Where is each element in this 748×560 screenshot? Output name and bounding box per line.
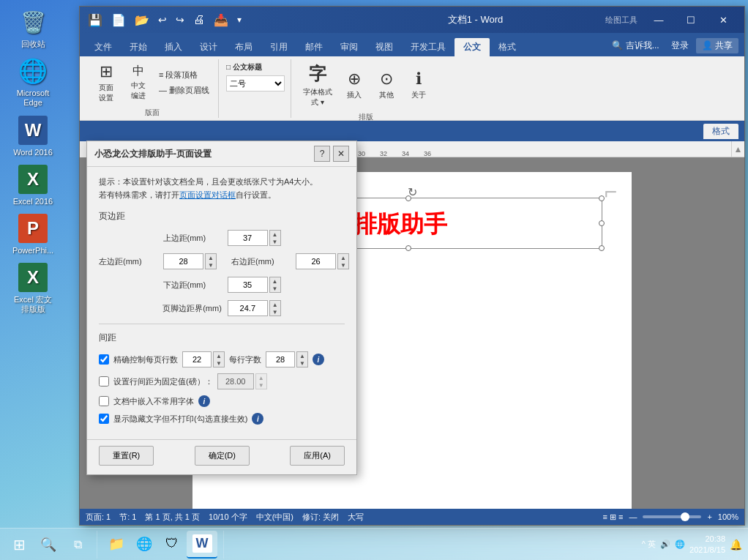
left-margin-input[interactable] bbox=[163, 253, 203, 269]
checkbox-lines[interactable] bbox=[99, 354, 109, 365]
taskbar-time[interactable]: 20:38 2021/8/15 bbox=[689, 534, 725, 555]
excel-extra-icon[interactable]: X Excel 宏文排版版 bbox=[7, 263, 59, 314]
hidden-info-icon[interactable]: i bbox=[252, 413, 263, 425]
status-section: 节: 1 bbox=[119, 512, 136, 523]
bottom-margin-spinner[interactable]: ▲ ▼ bbox=[269, 277, 281, 293]
tab-layout[interactable]: 布局 bbox=[226, 38, 261, 56]
recycle-bin-icon[interactable]: 🗑️ 回收站 bbox=[7, 7, 59, 49]
lines-count-input[interactable] bbox=[182, 351, 212, 367]
task-view-button[interactable]: ⧉ bbox=[64, 531, 91, 558]
handle-mr[interactable] bbox=[599, 220, 605, 226]
date-display: 2021/8/15 bbox=[689, 545, 725, 555]
tell-me-btn[interactable]: 🔍 吉诉我... bbox=[607, 38, 663, 53]
zoom-out-btn[interactable]: — bbox=[629, 512, 637, 521]
embedfonts-label: 文档中嵌入不常用字体 bbox=[113, 396, 194, 407]
chars-count-input[interactable] bbox=[266, 351, 295, 367]
drawing-tab-format[interactable]: 格式 bbox=[703, 124, 738, 139]
handle-tr[interactable] bbox=[599, 195, 605, 201]
volume-icon[interactable]: 🔊 bbox=[660, 540, 670, 549]
tab-developer[interactable]: 开发工具 bbox=[402, 38, 455, 56]
rotate-handle[interactable]: ↻ bbox=[408, 185, 417, 199]
right-margin-spinner[interactable]: ▲ ▼ bbox=[337, 253, 349, 269]
chars-spinner[interactable]: ▲ ▼ bbox=[296, 351, 308, 367]
del-header-btn[interactable]: — 删除页眉线 bbox=[156, 83, 212, 97]
redo-btn[interactable]: ↪ bbox=[173, 12, 187, 27]
tab-format[interactable]: 格式 bbox=[490, 38, 525, 56]
about-btn[interactable]: ℹ 关于 bbox=[404, 67, 433, 103]
font-format-btn[interactable]: 字 字体格式式 ▾ bbox=[299, 59, 337, 111]
checkbox-fixedspacing[interactable] bbox=[99, 376, 109, 387]
close-button[interactable]: ✕ bbox=[708, 10, 738, 30]
search-button[interactable]: 🔍 bbox=[35, 531, 61, 558]
format-buttons: 字 字体格式式 ▾ ⊕ 插入 ⊙ 其他 ℹ 关于 bbox=[299, 59, 433, 111]
word-taskbar-button[interactable]: W bbox=[187, 531, 217, 559]
other-btn[interactable]: ⊙ 其他 bbox=[372, 67, 401, 103]
fixedspacing-label: 设置行间距为固定值(磅）： bbox=[113, 376, 213, 387]
network-icon[interactable]: 🌐 bbox=[675, 540, 685, 549]
page-setup-link[interactable]: 页面设置对话框 bbox=[179, 190, 236, 199]
left-margin-spinner[interactable]: ▲ ▼ bbox=[205, 253, 217, 269]
handle-bc[interactable] bbox=[405, 245, 411, 251]
chinese-indent-btn[interactable]: 中 中文编进 bbox=[124, 61, 153, 104]
lines-spinner[interactable]: ▲ ▼ bbox=[213, 351, 225, 367]
bottom-margin-input[interactable] bbox=[228, 277, 268, 293]
save-btn[interactable]: 💾 bbox=[86, 12, 105, 29]
top-margin-spinner[interactable]: ▲ ▼ bbox=[269, 230, 281, 246]
tab-mailings[interactable]: 邮件 bbox=[296, 38, 332, 56]
zoom-in-btn[interactable]: + bbox=[707, 512, 711, 521]
checkbox-embedfonts[interactable] bbox=[99, 396, 109, 406]
tab-design[interactable]: 设计 bbox=[191, 38, 226, 56]
edge-taskbar-icon: 🌐 bbox=[136, 536, 152, 552]
dialog-title-bar: 小恐龙公文排版助手-页面设置 ? ✕ bbox=[87, 141, 356, 167]
tab-home[interactable]: 开始 bbox=[121, 38, 156, 56]
drawing-ribbon-right: 格式 bbox=[703, 124, 738, 139]
tab-gongwen[interactable]: 公文 bbox=[455, 38, 490, 56]
footer-margin-input[interactable] bbox=[228, 300, 268, 316]
reset-button[interactable]: 重置(R) bbox=[99, 446, 154, 466]
zoom-slider[interactable] bbox=[643, 515, 701, 518]
login-btn[interactable]: 登录 bbox=[667, 38, 693, 53]
maximize-button[interactable]: ☐ bbox=[676, 10, 706, 30]
lines-info-icon[interactable]: i bbox=[313, 354, 324, 365]
customize-btn[interactable]: 📥 bbox=[212, 12, 231, 29]
open-btn[interactable]: 📂 bbox=[132, 12, 152, 29]
footer-margin-spinner[interactable]: ▲ ▼ bbox=[269, 300, 281, 316]
edge-taskbar-button[interactable]: 🌐 bbox=[131, 531, 157, 557]
checkbox-hidden[interactable] bbox=[99, 414, 109, 424]
new-btn[interactable]: 📄 bbox=[109, 12, 128, 29]
view-icons: ≡ ⊞ ≡ bbox=[602, 512, 623, 522]
tab-insert[interactable]: 插入 bbox=[156, 38, 191, 56]
file-explorer-button[interactable]: 📁 bbox=[103, 531, 130, 557]
insert-btn[interactable]: ⊕ 插入 bbox=[340, 67, 369, 103]
tab-view[interactable]: 视图 bbox=[367, 38, 402, 56]
minimize-button[interactable]: — bbox=[643, 10, 674, 30]
handle-br[interactable] bbox=[599, 245, 605, 251]
tab-file[interactable]: 文件 bbox=[86, 38, 121, 56]
ppt-icon[interactable]: P PowerPhi... bbox=[7, 214, 59, 255]
page-setup-btn[interactable]: ⊞ 页面设置 bbox=[91, 59, 121, 106]
excel2016-icon[interactable]: X Excel 2016 bbox=[7, 165, 59, 206]
tab-references[interactable]: 引用 bbox=[261, 38, 296, 56]
dialog-close-btn[interactable]: ✕ bbox=[333, 146, 349, 162]
word2016-icon[interactable]: W Word 2016 bbox=[7, 116, 59, 157]
edge-icon[interactable]: 🌐 MicrosoftEdge bbox=[7, 56, 59, 108]
undo-btn[interactable]: ↩ bbox=[156, 12, 169, 27]
right-margin-input[interactable] bbox=[296, 253, 336, 269]
para-top-btn[interactable]: ≡ 段落顶格 bbox=[156, 68, 212, 82]
print-btn[interactable]: 🖨 bbox=[191, 12, 207, 28]
notification-icon[interactable]: 🔔 bbox=[730, 539, 742, 550]
share-btn[interactable]: 👤 共享 bbox=[696, 38, 738, 53]
tab-review[interactable]: 审阅 bbox=[332, 38, 367, 56]
embedfonts-info-icon[interactable]: i bbox=[198, 395, 210, 407]
ruler-right-btn[interactable]: ▲ bbox=[731, 141, 744, 157]
more-btn[interactable]: ▾ bbox=[235, 13, 244, 26]
dialog-help-btn[interactable]: ? bbox=[314, 146, 330, 162]
status-caps: 大写 bbox=[348, 512, 364, 523]
security-taskbar-icon: 🛡 bbox=[165, 536, 179, 551]
ok-button[interactable]: 确定(D) bbox=[195, 446, 250, 466]
top-margin-input[interactable] bbox=[228, 230, 268, 246]
apply-button[interactable]: 应用(A) bbox=[290, 446, 345, 466]
font-size-select[interactable]: 二号 三号 四号 bbox=[226, 75, 285, 92]
start-button[interactable]: ⊞ bbox=[6, 531, 32, 558]
security-taskbar-button[interactable]: 🛡 bbox=[159, 531, 185, 557]
